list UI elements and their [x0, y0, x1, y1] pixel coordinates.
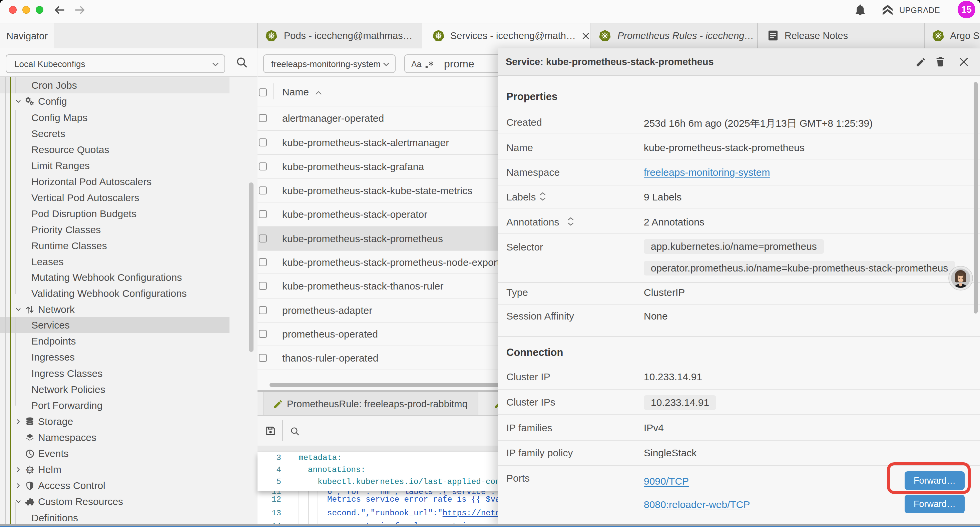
- svg-text:HELM: HELM: [26, 468, 34, 471]
